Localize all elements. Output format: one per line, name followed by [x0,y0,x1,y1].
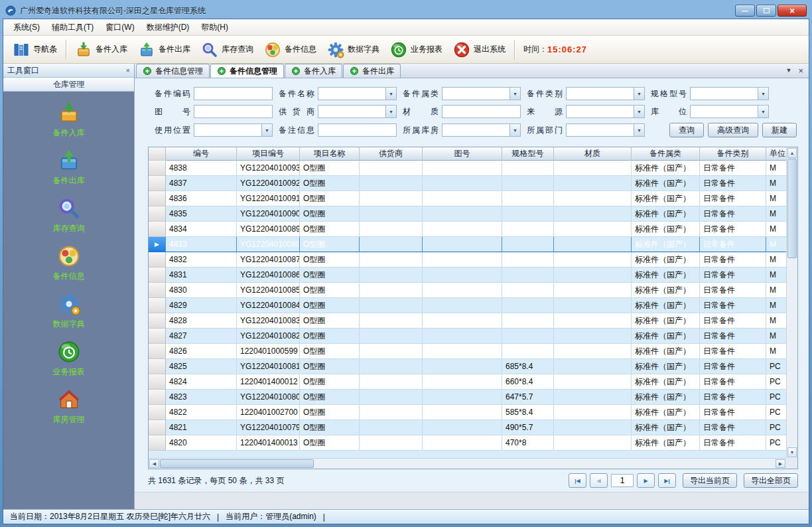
chevron-down-icon[interactable]: ▼ [261,124,272,136]
column-header[interactable]: 图号 [423,147,502,161]
chevron-down-icon[interactable]: ▼ [509,124,520,136]
chevron-down-icon[interactable]: ▼ [385,88,396,100]
scroll-down-icon[interactable]: ▼ [787,447,797,457]
table-row[interactable]: 48221220401002700O型圈585*8.4标准件（国产）日常备件PC [149,405,786,420]
row-selector[interactable] [149,313,166,329]
chevron-down-icon[interactable]: ▼ [509,88,520,100]
search-select[interactable]: ▼ [194,123,273,137]
chevron-down-icon[interactable]: ▼ [758,88,768,100]
row-selector[interactable] [149,252,166,267]
search-select[interactable]: ▼ [566,105,645,118]
table-row[interactable]: 48201220401400013O型圈470*8标准件（国产）日常备件PC [149,435,786,451]
table-row[interactable]: 4821YG12204010079O型圈490*5.7标准件（国产）日常备件PC [149,420,786,435]
sidebar-item-data-dictionary[interactable]: 数据字典 [3,292,134,330]
minimize-button[interactable]: — [735,5,755,17]
row-selector[interactable] [149,359,166,374]
scroll-up-icon[interactable]: ▲ [787,148,797,158]
tab-3[interactable]: 备件出库 [343,64,401,78]
tab-close-icon[interactable]: × [798,66,803,75]
scroll-right-icon[interactable]: ▶ [776,459,785,468]
tab-0[interactable]: 备件信息管理 [136,64,210,78]
column-header[interactable]: 材质 [554,147,632,161]
new-button[interactable]: 新建 [762,123,797,137]
menu-item[interactable]: 数据维护(D) [141,19,196,36]
sidebar-section-header[interactable]: 仓库管理 [3,78,134,92]
search-select[interactable]: ▼ [690,105,769,118]
chevron-down-icon[interactable]: ▼ [634,124,644,136]
chevron-down-icon[interactable]: ▼ [385,106,396,117]
row-selector[interactable] [149,374,166,390]
sidebar-item-parts-in[interactable]: 备件入库 [3,101,134,139]
chevron-down-icon[interactable]: ▼ [634,88,644,100]
table-row[interactable]: 4825YG12204010081O型圈685*8.4标准件（国产）日常备件PC [149,359,786,374]
sidebar-item-inventory-search[interactable]: 库存查询 [3,196,134,234]
toolbar-parts-in[interactable]: 备件入库 [70,38,133,61]
table-row[interactable]: 4836YG12204010091O型圈标准件（国产）日常备件M [149,191,786,206]
row-selector[interactable] [149,420,166,435]
scroll-left-icon[interactable]: ◀ [149,459,159,468]
row-selector[interactable] [149,176,166,191]
table-row[interactable]: 48261220401000599O型圈标准件（国产）日常备件M [149,344,786,359]
vertical-scrollbar-thumb[interactable] [787,159,797,258]
row-selector[interactable] [149,329,166,344]
row-selector[interactable] [149,161,166,176]
tab-list-dropdown-icon[interactable]: ▼ [785,68,791,74]
page-number-input[interactable] [611,474,634,487]
table-row[interactable]: 4838YG12204010093O型圈标准件（国产）日常备件M [149,161,786,176]
table-row[interactable]: 4835YG12204010090O型圈标准件（国产）日常备件M [149,206,786,222]
search-select[interactable]: ▼ [318,105,397,118]
table-row[interactable]: ▶4833YG12204010088O型圈标准件（国产）日常备件M [149,237,786,252]
table-row[interactable]: 4834YG12204010089O型圈标准件（国产）日常备件M [149,222,786,237]
toolbar-parts-out[interactable]: 备件出库 [133,38,196,61]
column-header[interactable]: 规格型号 [502,147,554,161]
search-select[interactable]: ▼ [690,87,769,100]
toolbar-navbar[interactable]: 导航条 [7,38,62,61]
row-selector[interactable] [149,283,166,298]
table-row[interactable]: 4827YG12204010082O型圈标准件（国产）日常备件M [149,329,786,344]
toolbar-data-dictionary[interactable]: 数据字典 [322,38,385,61]
row-selector[interactable] [149,405,166,420]
sidebar-item-warehouse[interactable]: 库房管理 [3,388,134,425]
search-select[interactable]: ▼ [442,123,521,137]
row-selector[interactable] [149,206,166,222]
row-selector[interactable] [149,222,166,237]
sidebar-item-parts-info[interactable]: 备件信息 [3,244,134,282]
column-header[interactable]: 单位 [766,147,786,161]
table-row[interactable]: 4829YG12204010084O型圈标准件（国产）日常备件M [149,298,786,313]
table-row[interactable]: 4830YG12204010085O型圈标准件（国产）日常备件M [149,283,786,298]
horizontal-scrollbar[interactable]: ◀ ▶ [149,458,786,469]
maximize-button[interactable] [756,5,776,17]
sidebar-item-business-report[interactable]: 业务报表 [3,340,134,378]
tab-1[interactable]: 备件信息管理 [210,64,284,78]
row-selector[interactable] [149,344,166,359]
search-input[interactable] [318,123,397,137]
next-page-button[interactable]: ▶ [637,473,655,488]
row-selector[interactable] [149,390,166,405]
panel-close-icon[interactable]: × [126,67,130,74]
toolbar-exit[interactable]: 退出系统 [448,38,511,61]
row-selector[interactable] [149,267,166,283]
prev-page-button[interactable]: ◀ [590,473,608,488]
toolbar-business-report[interactable]: 业务报表 [385,38,448,61]
export-current-page-button[interactable]: 导出当前页 [683,473,737,488]
table-row[interactable]: 4832YG12204010087O型圈标准件（国产）日常备件M [149,252,786,267]
table-row[interactable]: 4828YG12204010083O型圈标准件（国产）日常备件M [149,313,786,329]
horizontal-scrollbar-thumb[interactable] [160,459,314,468]
row-selector[interactable] [149,435,166,451]
close-button[interactable]: ✕ [778,5,807,17]
export-all-pages-button[interactable]: 导出全部页 [744,473,798,488]
row-selector[interactable] [149,191,166,206]
column-header[interactable]: 编号 [166,147,237,161]
search-input[interactable] [194,87,273,100]
column-header[interactable]: 备件类别 [700,147,766,161]
column-header[interactable]: 项目编号 [237,147,300,161]
advanced-query-button[interactable]: 高级查询 [708,123,758,137]
table-row[interactable]: 4831YG12204010086O型圈标准件（国产）日常备件M [149,267,786,283]
search-select[interactable]: ▼ [318,87,397,100]
row-selector[interactable] [149,298,166,313]
toolbar-inventory-search[interactable]: 库存查询 [196,38,259,61]
table-row[interactable]: 4823YG12204010080O型圈647*5.7标准件（国产）日常备件PC [149,390,786,405]
last-page-button[interactable]: ▶| [658,473,676,488]
menu-item[interactable]: 系统(S) [7,19,46,36]
table-row[interactable]: 48241220401400012O型圈660*8.4标准件（国产）日常备件PC [149,374,786,390]
